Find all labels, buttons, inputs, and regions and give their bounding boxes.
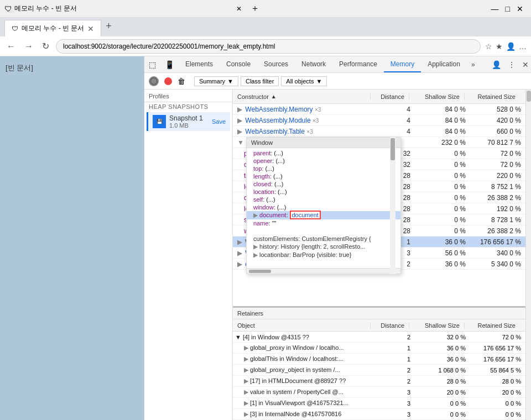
summary-filter-arrow: ▼	[227, 78, 233, 85]
stop-btn[interactable]	[163, 76, 173, 86]
rtd-obj-1: ▶ global_proxy in Window / localho...	[233, 344, 376, 351]
tab-console[interactable]: Console	[220, 57, 257, 72]
snapshot-save-btn[interactable]: Save	[212, 118, 226, 125]
address-bar-icons: ☆ ★ 👤 …	[485, 42, 527, 51]
record-btn[interactable]	[149, 76, 159, 86]
ret-row-3[interactable]: ▶ global_proxy_object in system /... 2 1…	[233, 365, 525, 376]
scrollbar-thumb	[527, 91, 531, 102]
memory-toolbar: 🗑 Summary ▼ Class filter All objects ▼	[144, 73, 531, 90]
class-filter-label: Class filter	[246, 78, 274, 85]
title-bar: 🛡 메모리 누수 - 빈 문서 ✕ ＋ — □ ✕	[0, 0, 531, 18]
url-input[interactable]	[56, 39, 481, 54]
rth-object: Object	[233, 322, 371, 329]
tooltip-scrollbar-thumb	[391, 138, 395, 160]
ret-row-6[interactable]: ▶ [1] in VisualViewport @416757321... 3 …	[233, 398, 525, 409]
expand-icon[interactable]: ▶	[237, 249, 242, 257]
expand-window-icon[interactable]: ▼	[237, 139, 244, 146]
tooltip-row-document: ▶ document: document	[247, 211, 400, 219]
expand-icon[interactable]: ▶	[237, 238, 242, 246]
expand-icon[interactable]: ▶	[237, 260, 242, 268]
table-header: Constructor ▲ Distance Shallow Size Reta…	[233, 90, 525, 104]
devtools-inspector-icon[interactable]: ⬚	[144, 57, 160, 72]
retainers-body: ▼ [4] in Window @4315 ?? 2 32 0 % 72 0 %…	[233, 332, 525, 420]
tooltip-scroll[interactable]: parent: (...) opener: (...) top: (...) l…	[247, 148, 400, 268]
maximize-btn[interactable]: □	[502, 4, 513, 13]
objects-filter-label: All objects	[286, 78, 314, 85]
td-distance: 4	[376, 128, 415, 135]
new-tab-btn[interactable]: ＋	[251, 3, 259, 14]
expand-icon[interactable]: ▶	[237, 128, 242, 135]
tab-elements[interactable]: Elements	[179, 57, 220, 72]
page-title: [빈 문서]	[4, 61, 139, 75]
collections-btn[interactable]: ★	[496, 42, 503, 51]
snapshot-name: Snapshot 1	[169, 114, 203, 122]
tooltip-scrollbar[interactable]	[390, 137, 395, 274]
tooltip-row-length: length: (...)	[247, 172, 400, 180]
expand-icon[interactable]: ▶	[237, 106, 242, 113]
table-row[interactable]: ▶ WebAssembly.Module ×3 4 84 0 % 420 0 %	[233, 115, 525, 126]
sort-arrow: ▲	[271, 93, 277, 99]
stop-circle-icon	[164, 77, 172, 85]
trash-btn[interactable]: 🗑	[178, 77, 185, 86]
ret-row-7[interactable]: ▶ [3] in InternalNode @4167570816 3 0 0 …	[233, 409, 525, 420]
browser-tab-active[interactable]: 🛡 메모리 누수 - 빈 문서 ✕	[4, 20, 101, 36]
tooltip-row-empty2	[247, 259, 400, 267]
devtools-close-btn[interactable]: ✕	[520, 59, 531, 70]
tooltip-row-custom: customElements: CustomElementRegistry {	[247, 235, 400, 243]
snapshot-item[interactable]: 💾 Snapshot 1 1.0 MB Save	[147, 112, 230, 131]
new-tab-button[interactable]: +	[101, 17, 116, 35]
tooltip-row-locationbar: ▶ locationbar: BarProp {visible: true}	[247, 251, 400, 259]
snapshot-info: Snapshot 1 1.0 MB	[169, 114, 203, 129]
tab-close-btn[interactable]: ✕	[236, 5, 242, 13]
filter-group: Summary ▼ Class filter All objects ▼	[194, 76, 327, 86]
bookmark-star-btn[interactable]: ☆	[485, 42, 492, 51]
devtools-device-icon[interactable]: 📱	[160, 57, 179, 72]
profile-btn[interactable]: 👤	[506, 42, 516, 51]
devtools-person-btn[interactable]: 👤	[490, 59, 503, 70]
back-button[interactable]: ←	[4, 40, 18, 53]
td-constructor: ▶ WebAssembly.Table ×3	[233, 128, 376, 135]
tab-application[interactable]: Application	[421, 57, 467, 72]
ret-row-5[interactable]: ▶ value in system / PropertyCell @... 3 …	[233, 387, 525, 398]
devtools-panel: ⬚ 📱 Elements Console Sources Network Per…	[144, 56, 531, 420]
main-area: [빈 문서] ⬚ 📱 Elements Console Sources Netw…	[0, 56, 531, 420]
td-distance: 4	[376, 106, 415, 113]
rtd-obj-0: ▼ [4] in Window @4315 ??	[233, 334, 376, 340]
tab-label: 메모리 누수 - 빈 문서	[22, 24, 84, 33]
more-tabs-btn[interactable]: »	[467, 57, 480, 72]
main-scrollbar[interactable]	[525, 90, 531, 420]
heap-snapshots-label: HEAP SNAPSHOTS	[144, 102, 232, 111]
expand-icon[interactable]: ▶	[237, 117, 242, 124]
td-retained-window: 70 812 7 %	[470, 139, 525, 146]
tab-sources[interactable]: Sources	[257, 57, 295, 72]
rth-distance: Distance	[371, 322, 409, 329]
ret-row-2[interactable]: ▶ globalThis in Window / localhost:... 1…	[233, 354, 525, 365]
tooltip-row-window-val: window: (...)	[247, 203, 400, 211]
tab-memory[interactable]: Memory	[384, 57, 421, 72]
more-btn[interactable]: …	[519, 42, 527, 51]
retainers-header: Retainers	[233, 307, 525, 319]
ret-row-0[interactable]: ▼ [4] in Window @4315 ?? 2 32 0 % 72 0 %	[233, 332, 525, 343]
tooltip-hscroll[interactable]	[247, 268, 400, 274]
refresh-button[interactable]: ↻	[40, 40, 51, 53]
summary-filter-dropdown[interactable]: Summary ▼	[194, 76, 238, 86]
tab-close[interactable]: ✕	[87, 24, 94, 33]
devtools-more-btn[interactable]: ⋮	[506, 59, 518, 70]
rtd-obj-6: ▶ [1] in VisualViewport @416757321...	[233, 400, 376, 407]
ret-row-1[interactable]: ▶ global_proxy in Window / localho... 1 …	[233, 343, 525, 354]
browser-icon: 🛡	[4, 4, 12, 13]
tab-performance[interactable]: Performance	[332, 57, 384, 72]
tooltip-row-location: location: (...)	[247, 188, 400, 196]
ret-row-4[interactable]: ▶ [17] in HTMLDocument @88927 ?? 2 28 0 …	[233, 376, 525, 387]
minimize-btn[interactable]: —	[488, 4, 502, 13]
table-row[interactable]: ▶ WebAssembly.Table ×3 4 84 0 % 660 0 %	[233, 126, 525, 137]
forward-button[interactable]: →	[22, 40, 35, 53]
table-row[interactable]: ▶ WebAssembly.Memory ×3 4 84 0 % 528 0 %	[233, 104, 525, 115]
page-sidebar: [빈 문서]	[0, 56, 144, 420]
class-filter-dropdown[interactable]: Class filter	[241, 76, 279, 86]
objects-filter-dropdown[interactable]: All objects ▼	[281, 76, 327, 86]
rtd-obj-7: ▶ [3] in InternalNode @4167570816	[233, 411, 376, 418]
tab-network[interactable]: Network	[295, 57, 332, 72]
window-close-btn[interactable]: ✕	[513, 4, 527, 13]
tooltip-row-history: ▶ history: History {length: 2, scrollRes…	[247, 243, 400, 251]
